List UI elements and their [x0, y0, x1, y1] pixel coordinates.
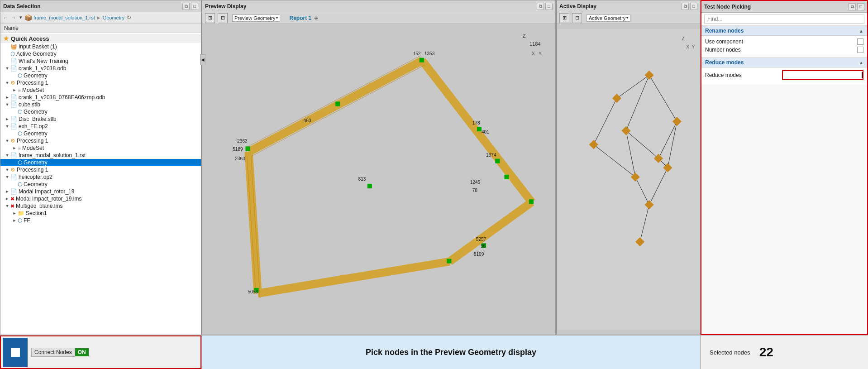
expand-helicopter[interactable]: ▼ [4, 174, 10, 180]
expand-modal-impact[interactable]: ► [4, 188, 10, 195]
tree-item-crank-long[interactable]: ► 📄 crank_1_v2018_0768EA06zrnp.odb [0, 94, 201, 101]
tree-item-cube-geo[interactable]: ⬡ Geometry [0, 108, 201, 115]
expand-exh-geo[interactable] [11, 130, 18, 137]
tree-item-disc-brake[interactable]: ► 📄 Disc_Brake.stlb [0, 115, 201, 123]
preview-geometry-dropdown[interactable]: Preview Geometry ▾ [232, 14, 280, 22]
tree-item-heli-geo[interactable]: ⬡ Geometry [0, 181, 201, 188]
back-button[interactable]: ← [2, 14, 9, 21]
svg-rect-17 [529, 199, 534, 204]
tree-item-cube[interactable]: ▼ 📄 cube.stlb [0, 101, 201, 108]
tree-item-whats-new[interactable]: 📄 What's New Training [0, 58, 201, 65]
name-column-label: Name [4, 25, 19, 31]
active-restore-icon[interactable]: ⧉ [682, 3, 689, 10]
reduce-modes-collapse[interactable]: ▲ [859, 60, 863, 65]
rename-nodes-collapse[interactable]: ▲ [859, 29, 863, 34]
reduce-modes-body: Reduce modes [701, 67, 867, 85]
expand-exh-fe[interactable]: ▼ [4, 123, 10, 129]
number-nodes-checkbox[interactable] [857, 47, 863, 53]
connect-nodes-button[interactable]: Connect Nodes ON [31, 348, 89, 357]
restore-icon[interactable]: ⧉ [182, 3, 190, 10]
tree-item-multigeo[interactable]: ▼ ✖ Multigeo_plane.lms [0, 202, 201, 210]
expand-exh-proc[interactable]: ▼ [4, 138, 10, 144]
active-maximize-icon[interactable]: □ [690, 3, 697, 10]
tree-item-active-geometry[interactable]: ⬡ Active Geometry [0, 50, 201, 58]
expand-fe[interactable]: ► [11, 217, 18, 224]
report-tab[interactable]: Report 1 [289, 15, 311, 21]
reduce-modes-row: Reduce modes [705, 70, 863, 80]
active-geometry-label: Active Geometry [589, 15, 625, 21]
number-nodes-label: Number nodes [705, 47, 741, 53]
expand-crank-modeset[interactable]: ► [11, 87, 18, 93]
frame-geo-icon: ⬡ [18, 159, 22, 166]
crank-long-icon: 📄 [10, 94, 17, 101]
forward-button[interactable]: → [10, 14, 17, 21]
expand-frame-geo[interactable] [11, 159, 18, 166]
preview-restore-icon[interactable]: ⧉ [537, 3, 544, 10]
tree-item-crank-odb[interactable]: ▼ 📄 crank_1_v2018.odb [0, 65, 201, 72]
crank-odb-label: crank_1_v2018.odb [19, 65, 66, 72]
refresh-button[interactable]: ↻ [127, 14, 131, 21]
active-viewport[interactable]: Z X Y [557, 24, 700, 335]
use-component-checkbox[interactable] [857, 38, 863, 45]
expand-cube-geo[interactable] [11, 109, 18, 115]
expand-crank-long[interactable]: ► [4, 94, 10, 101]
quick-access-header[interactable]: ★ Quick Access [0, 34, 201, 43]
tree-item-crank-modeset[interactable]: ► ≡ ModeSet [0, 86, 201, 94]
tree-item-section1[interactable]: ► 📁 Section1 [0, 210, 201, 217]
maximize-icon[interactable]: □ [191, 3, 198, 10]
reduce-modes-section-header[interactable]: Reduce modes ▲ [701, 58, 867, 67]
preview-viewport[interactable]: Z 1184 X Y [202, 24, 555, 335]
tree-item-frame-rst[interactable]: ▼ 📄 frame_modal_solution_1.rst [0, 152, 201, 159]
rename-nodes-section-header[interactable]: Rename nodes ▲ [701, 26, 867, 36]
tree-item-frame-geo[interactable]: ⬡ Geometry [0, 159, 201, 166]
expand-whats-new[interactable] [4, 58, 10, 64]
expand-crank-odb[interactable]: ▼ [4, 65, 10, 72]
preview-maximize-icon[interactable]: □ [545, 3, 553, 10]
tree-item-crank-geo[interactable]: ⬡ Geometry [0, 72, 201, 79]
tree-item-exh-geo[interactable]: ⬡ Geometry [0, 130, 201, 137]
active-fit-btn[interactable]: ⊟ [572, 13, 582, 23]
expand-section1[interactable]: ► [11, 210, 18, 216]
reduce-modes-input[interactable] [782, 70, 863, 80]
collapse-panel-button[interactable]: ◄ [200, 54, 205, 65]
test-node-restore-icon[interactable]: ⧉ [849, 3, 856, 10]
tree-item-exh-modeset[interactable]: ► ≡ ModeSet [0, 144, 201, 152]
tree-item-frame-proc[interactable]: ▼ ⚙ Processing 1 [0, 166, 201, 173]
tree-item-fe[interactable]: ► ⬡ FE [0, 217, 201, 224]
expand-frame-rst[interactable]: ▼ [4, 152, 10, 158]
svg-text:1374: 1374 [486, 153, 496, 158]
tree-item-modal-impact[interactable]: ► 📄 Modal Impact_rotor_19 [0, 188, 201, 195]
expand-heli-geo[interactable] [11, 181, 18, 187]
tree-item-input-basket[interactable]: 🧺 Input Basket (1) [0, 43, 201, 50]
expand-modal-impact-lms[interactable]: ► [4, 196, 10, 202]
preview-fit-btn[interactable]: ⊟ [218, 13, 228, 23]
active-geometry-dropdown[interactable]: Active Geometry ▾ [587, 14, 630, 22]
preview-sync-btn[interactable]: ⊞ [205, 13, 215, 23]
expand-disc-brake[interactable]: ► [4, 116, 10, 122]
expand-crank-proc[interactable]: ▼ [4, 80, 10, 86]
expand-input-basket[interactable] [4, 43, 10, 50]
tree-item-exh-fe[interactable]: ▼ 📄 exh_FE.op2 [0, 123, 201, 130]
breadcrumb-path[interactable]: frame_modal_solution_1.rst [33, 15, 95, 20]
tree-area[interactable]: ★ Quick Access 🧺 Input Basket (1) ⬡ Acti… [0, 33, 201, 335]
heli-geo-label: Geometry [24, 181, 48, 187]
expand-crank-geo[interactable] [11, 72, 18, 79]
expand-exh-modeset[interactable]: ► [11, 145, 18, 151]
expand-multigeo[interactable]: ▼ [4, 203, 10, 209]
tree-item-modal-impact-lms[interactable]: ► ✖ Modal Impact_rotor_19.lms [0, 195, 201, 202]
history-dropdown[interactable]: ▾ [19, 14, 23, 21]
find-input[interactable] [704, 14, 864, 24]
reduce-modes-field[interactable] [783, 72, 862, 78]
active-sync-btn[interactable]: ⊞ [559, 13, 569, 23]
tree-item-helicopter[interactable]: ▼ 📄 helicopter.op2 [0, 173, 201, 181]
tree-item-exh-proc[interactable]: ▼ ⚙ Processing 1 [0, 137, 201, 144]
tree-item-crank-proc[interactable]: ▼ ⚙ Processing 1 [0, 79, 201, 86]
expand-active-geometry[interactable] [4, 51, 10, 57]
test-node-maximize-icon[interactable]: □ [857, 3, 864, 10]
expand-cube[interactable]: ▼ [4, 101, 10, 108]
connect-area: Connect Nodes ON [28, 345, 92, 359]
add-tab-button[interactable]: + [314, 14, 318, 22]
expand-frame-proc[interactable]: ▼ [4, 167, 10, 173]
breadcrumb-item[interactable]: Geometry [103, 15, 124, 20]
stop-button[interactable] [3, 338, 28, 367]
